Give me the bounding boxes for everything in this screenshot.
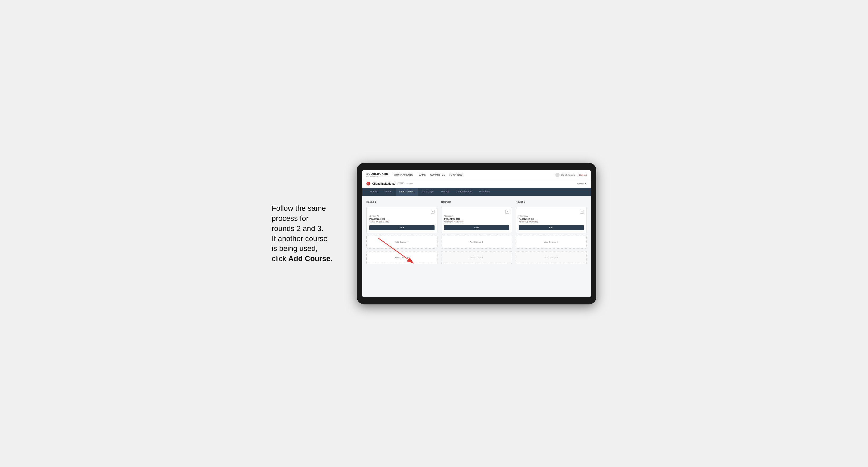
- sign-out-link[interactable]: Sign out: [579, 174, 587, 176]
- round-3-course-details: Yellow (M) (6629 yds): [519, 221, 584, 223]
- round-2-add-course-2: Add Course +: [441, 251, 512, 264]
- plus-icon: +: [482, 256, 484, 259]
- nav-teams[interactable]: TEAMS: [417, 174, 426, 176]
- tab-tee-groups[interactable]: Tee Groups: [418, 188, 438, 196]
- nav-committee[interactable]: COMMITTEE: [430, 174, 445, 176]
- plus-icon: +: [482, 241, 484, 244]
- tournament-badge: Men: [398, 182, 404, 185]
- cancel-button[interactable]: Cancel ✕: [577, 182, 587, 185]
- round-2-title: Round 2: [441, 200, 512, 203]
- add-course-label: Add Course: [395, 241, 406, 243]
- round-2-course-name: Peachtree GC: [444, 218, 509, 220]
- round-3-course-label: (Course A): [519, 215, 584, 217]
- round-2-course-label: (Course A): [444, 215, 509, 217]
- plus-icon: +: [407, 256, 409, 259]
- round-2-card-controls: ×: [444, 210, 509, 214]
- round-3-course-name: Peachtree GC: [519, 218, 584, 220]
- round-1-title: Round 1: [366, 200, 437, 203]
- sub-nav: C Clippd Invitational Men Hosting Cancel…: [362, 180, 591, 188]
- round-2-add-course-1[interactable]: Add Course +: [441, 236, 512, 249]
- round-1-add-course-2[interactable]: Add Course +: [366, 251, 437, 264]
- round-3-add-course-2: Add Course +: [516, 251, 587, 264]
- round-1-course-details: Yellow (M) (6629 yds): [369, 221, 435, 223]
- add-course-label: Add Course: [395, 256, 406, 259]
- plus-icon: +: [407, 241, 409, 244]
- tabs-bar: Details Teams Course Setup Tee Groups Re…: [362, 188, 591, 196]
- user-avatar: [555, 173, 560, 177]
- cancel-x-icon: ✕: [585, 182, 587, 185]
- round-1-course-card: × (Course A) Peachtree GC Yellow (M) (66…: [366, 207, 437, 233]
- brand-sub: Powered by clippd: [366, 175, 388, 177]
- round-1-course-name: Peachtree GC: [369, 218, 435, 220]
- tab-course-setup[interactable]: Course Setup: [396, 188, 418, 196]
- tournament-name: Clippd Invitational: [372, 182, 395, 185]
- round-1-card-controls: ×: [369, 210, 435, 214]
- tournament-logo: C: [366, 182, 370, 185]
- instruction-text: Follow the same process for rounds 2 and…: [272, 203, 346, 264]
- brand-logo: SCOREBOARD Powered by clippd: [366, 173, 388, 177]
- round-1-column: Round 1 × (Course A) Peachtree GC Yellow…: [366, 200, 437, 264]
- round-1-delete-icon[interactable]: ×: [431, 210, 435, 214]
- tablet-device: SCOREBOARD Powered by clippd TOURNAMENTS…: [357, 163, 596, 304]
- round-3-delete-icon[interactable]: ×: [580, 210, 584, 214]
- tab-details[interactable]: Details: [366, 188, 381, 196]
- round-2-column: Round 2 × (Course A) Peachtree GC Yellow…: [441, 200, 512, 264]
- plus-icon: +: [556, 256, 558, 259]
- tab-leaderboards[interactable]: Leaderboards: [453, 188, 475, 196]
- round-2-delete-icon[interactable]: ×: [505, 210, 509, 214]
- plus-icon: +: [556, 241, 558, 244]
- top-nav-links: TOURNAMENTS TEAMS COMMITTEE RANKINGS: [394, 174, 555, 176]
- main-content: Round 1 × (Course A) Peachtree GC Yellow…: [362, 196, 591, 297]
- add-course-label: Add Course: [470, 241, 481, 243]
- round-1-course-label: (Course A): [369, 215, 435, 217]
- round-1-edit-button[interactable]: Edit: [369, 225, 435, 230]
- top-nav-right: blair@clippd.io | Sign out: [555, 173, 587, 177]
- hosting-tag: Hosting: [406, 183, 413, 185]
- round-2-course-details: Yellow (M) (6629 yds): [444, 221, 509, 223]
- brand-name: SCOREBOARD: [366, 173, 388, 175]
- round-3-card-controls: ×: [519, 210, 584, 214]
- round-3-add-course-1[interactable]: Add Course +: [516, 236, 587, 249]
- round-3-edit-button[interactable]: Edit: [519, 225, 584, 230]
- add-course-label: Add Course: [470, 256, 481, 259]
- tab-printables[interactable]: Printables: [475, 188, 493, 196]
- add-course-label: Add Course: [545, 256, 556, 259]
- round-3-column: Round 3 × (Course A) Peachtree GC Yellow…: [516, 200, 587, 264]
- add-course-label: Add Course: [545, 241, 556, 243]
- round-3-course-card: × (Course A) Peachtree GC Yellow (M) (66…: [516, 207, 587, 233]
- round-1-add-course-1[interactable]: Add Course +: [366, 236, 437, 249]
- user-email: blair@clippd.io: [561, 174, 575, 176]
- nav-tournaments[interactable]: TOURNAMENTS: [394, 174, 413, 176]
- top-nav: SCOREBOARD Powered by clippd TOURNAMENTS…: [362, 170, 591, 180]
- round-2-edit-button[interactable]: Edit: [444, 225, 509, 230]
- tab-teams[interactable]: Teams: [381, 188, 396, 196]
- tablet-screen: SCOREBOARD Powered by clippd TOURNAMENTS…: [362, 170, 591, 297]
- outer-wrapper: Follow the same process for rounds 2 and…: [248, 163, 620, 304]
- rounds-grid: Round 1 × (Course A) Peachtree GC Yellow…: [366, 200, 587, 264]
- tab-results[interactable]: Results: [438, 188, 453, 196]
- round-3-title: Round 3: [516, 200, 587, 203]
- nav-rankings[interactable]: RANKINGS: [450, 174, 462, 176]
- round-2-course-card: × (Course A) Peachtree GC Yellow (M) (66…: [441, 207, 512, 233]
